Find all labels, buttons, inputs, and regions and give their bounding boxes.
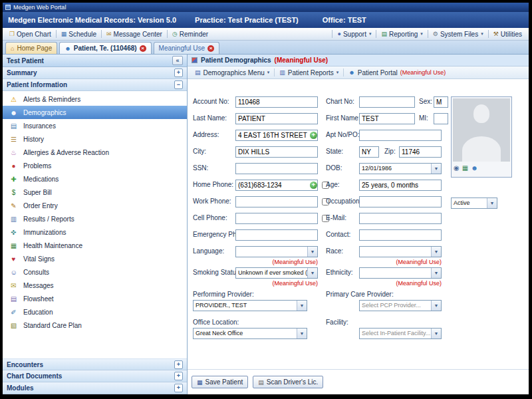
sex-field[interactable] (434, 96, 448, 108)
sidebar-item-order-entry[interactable]: ✎Order Entry (3, 199, 187, 212)
sidebar-item-label: Education (23, 309, 53, 316)
sidebar-item-insurances[interactable]: ▤Insurances (3, 119, 187, 132)
ethnicity-label: Ethnicity: (326, 269, 353, 276)
cell-phone-field[interactable] (235, 213, 318, 224)
tab-meaningful-use[interactable]: Meaningful Use × (154, 42, 219, 54)
sidebar-section-chart-documents[interactable]: Chart Documents + (3, 370, 187, 382)
first-name-label: First Name: (326, 114, 360, 122)
patient-reports-label: Patient Reports (288, 69, 334, 76)
sidebar-item-alerts-reminders[interactable]: ⚠Alerts & Reminders (3, 92, 187, 106)
facility-dropdown[interactable]: Select In-Patient Facility... ▼ (359, 328, 442, 339)
expand-toggle-icon[interactable]: + (174, 384, 183, 392)
account-no-field[interactable] (235, 96, 318, 108)
support-menu-button[interactable]: ● Support ▾ (333, 31, 375, 38)
health-maintenance-icon: ▦ (9, 242, 18, 249)
sidebar-item-consults[interactable]: ☺Consults (3, 265, 187, 279)
ethnicity-dropdown[interactable]: ▼ (359, 267, 442, 279)
smoking-status-dropdown[interactable]: Unknown if ever smoked (9) ▼ (235, 267, 318, 279)
mi-field[interactable] (434, 113, 448, 124)
sidebar-item-allergies-adverse-reaction[interactable]: ♨Allergies & Adverse Reaction (3, 146, 187, 159)
office-location-dropdown[interactable]: Great Neck Office ▼ (193, 328, 307, 339)
reminder-button[interactable]: ◷ Reminder (168, 28, 212, 40)
sidebar-item-problems[interactable]: ●Problems (3, 159, 187, 172)
sidebar-item-messages[interactable]: ✉Messages (3, 279, 187, 292)
sidebar-item-label: Immunizations (23, 229, 66, 236)
sidebar-item-standard-care-plan[interactable]: ▧Standard Care Plan (3, 319, 187, 332)
save-patient-button[interactable]: ▦ Save Patient (192, 376, 248, 388)
sidebar-section-encounters[interactable]: Encounters + (3, 358, 187, 370)
close-tab-icon[interactable]: × (207, 45, 214, 52)
scan-license-button[interactable]: ▤ Scan Driver's Lic. (253, 376, 323, 388)
patient-reports-button[interactable]: ▥ Patient Reports ▾ (275, 69, 343, 76)
sidebar-item-medications[interactable]: ✚Medications (3, 172, 187, 186)
dob-dropdown[interactable]: 12/01/1986 ▼ (359, 163, 442, 174)
city-field[interactable] (235, 146, 318, 158)
sidebar-section-modules[interactable]: Modules + (3, 382, 187, 394)
collapse-sidebar-button[interactable]: « (172, 56, 183, 65)
sidebar-item-education[interactable]: ✐Education (3, 305, 187, 319)
tab-patient[interactable]: ☻ Patient, Te. (110468) × (59, 42, 151, 54)
home-phone-field[interactable] (235, 180, 318, 191)
patient-portal-label: Patient Portal (358, 69, 398, 76)
work-phone-field[interactable] (235, 196, 318, 207)
sidebar-item-super-bill[interactable]: $Super Bill (3, 186, 187, 199)
first-name-field[interactable] (359, 113, 415, 124)
state-field[interactable] (359, 146, 379, 158)
sidebar-item-immunizations[interactable]: ✜Immunizations (3, 225, 187, 239)
schedule-button[interactable]: ▦ Schedule (57, 28, 100, 40)
browse-photo-icon[interactable]: ▦ (462, 164, 468, 172)
address-verify-icon[interactable]: + (310, 132, 317, 139)
last-name-field[interactable] (235, 113, 318, 124)
sidebar-item-label: Insurances (23, 122, 56, 130)
tab-patient-label: Patient, Te. (110468) (74, 45, 137, 52)
language-dropdown[interactable]: ▼ (235, 246, 318, 257)
contact-field[interactable] (359, 229, 442, 241)
performing-provider-dropdown[interactable]: PROVIDER., TEST ▼ (193, 300, 307, 311)
meaningful-use-tag: (Meaningful Use) (275, 57, 329, 64)
utilities-menu-button[interactable]: ⚒ Utilities (489, 31, 526, 38)
address-field[interactable] (235, 130, 318, 141)
close-tab-icon[interactable]: × (140, 45, 146, 52)
reporting-label: Reporting (389, 31, 418, 38)
demographics-menu-button[interactable]: ▤ Demographics Menu ▾ (190, 69, 274, 76)
toolbar-separator (167, 30, 168, 38)
occupation-field[interactable] (359, 196, 442, 207)
system-files-menu-button[interactable]: ⚙ System Files ▾ (429, 31, 487, 38)
sidebar-item-history[interactable]: ☰History (3, 132, 187, 146)
capture-photo-icon[interactable]: ☻ (471, 164, 478, 172)
patient-status-dropdown[interactable]: Active ▼ (451, 198, 497, 209)
ssn-field[interactable] (235, 163, 318, 174)
apt-no-field[interactable] (359, 130, 442, 141)
sidebar-section-patient-information[interactable]: Patient Information − (3, 79, 187, 91)
sidebar-item-results-reports[interactable]: ▥Results / Reports (3, 212, 187, 225)
open-chart-button[interactable]: ❐ Open Chart (5, 28, 55, 40)
expand-toggle-icon[interactable]: + (174, 372, 183, 380)
zip-label: Zip: (384, 148, 396, 155)
chart-no-field[interactable] (359, 96, 415, 108)
sidebar-item-health-maintenance[interactable]: ▦Health Maintenance (3, 239, 187, 252)
sidebar-section-summary[interactable]: Summary + (3, 67, 187, 79)
content-area: Test Patient « Summary + Patient Informa… (3, 55, 529, 394)
emergency-phone-field[interactable] (235, 229, 318, 241)
email-field[interactable] (359, 213, 442, 224)
patient-portal-button[interactable]: ☻ Patient Portal (Meaningful Use) (344, 69, 450, 76)
reporting-menu-button[interactable]: ▤ Reporting ▾ (377, 31, 426, 38)
sidebar-item-flowsheet[interactable]: ▤Flowsheet (3, 292, 187, 305)
phone-dial-icon[interactable]: + (310, 182, 317, 189)
race-dropdown[interactable]: ▼ (359, 246, 442, 257)
expand-toggle-icon[interactable]: + (174, 68, 183, 77)
app-window: Medgen Web Portal Medgen Electronic Medi… (3, 3, 529, 394)
expand-toggle-icon[interactable]: + (174, 360, 183, 369)
primary-care-provider-dropdown[interactable]: Select PCP Provider... ▼ (359, 300, 442, 311)
sidebar-item-vital-signs[interactable]: ♥Vital Signs (3, 252, 187, 265)
immunizations-icon: ✜ (9, 229, 18, 236)
toolbar-separator (376, 30, 376, 38)
sidebar-item-demographics[interactable]: ☻Demographics (3, 106, 187, 119)
tab-home-page[interactable]: ⌂ Home Page (5, 42, 57, 54)
problems-icon: ● (9, 162, 18, 170)
zip-field[interactable] (399, 146, 442, 158)
age-field[interactable] (359, 180, 442, 191)
collapse-toggle-icon[interactable]: − (174, 80, 183, 89)
camera-icon[interactable]: ◉ (454, 164, 460, 172)
message-center-button[interactable]: ✉ Message Center (102, 28, 166, 40)
